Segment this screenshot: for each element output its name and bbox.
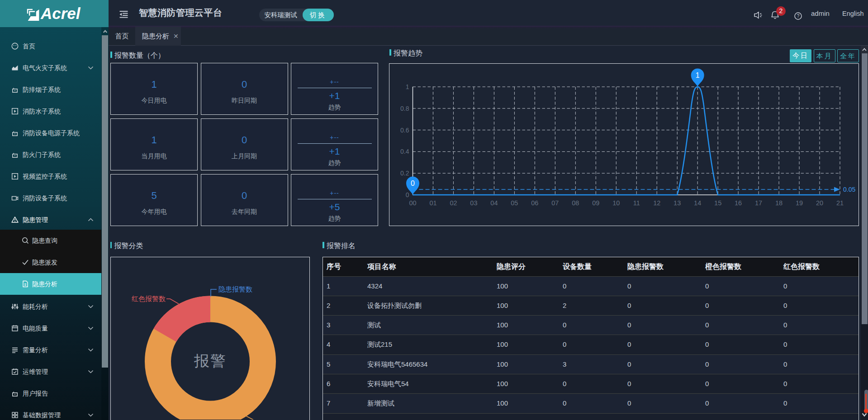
svg-text:16: 16	[735, 199, 742, 207]
svg-text:?: ?	[797, 14, 800, 19]
svg-text:04: 04	[490, 199, 498, 207]
svg-text:19: 19	[796, 199, 803, 207]
svg-text:20: 20	[816, 199, 823, 207]
svg-text:0.2: 0.2	[400, 170, 409, 177]
svg-text:05: 05	[511, 199, 518, 207]
svg-text:18: 18	[775, 199, 783, 207]
svg-text:06: 06	[531, 199, 538, 207]
svg-text:报警: 报警	[194, 352, 227, 369]
svg-text:01: 01	[429, 199, 436, 207]
svg-text:0: 0	[406, 191, 409, 198]
svg-text:07: 07	[551, 199, 559, 207]
svg-text:12: 12	[653, 199, 660, 207]
svg-text:02: 02	[450, 199, 457, 207]
svg-text:0.05: 0.05	[843, 186, 855, 193]
svg-text:0: 0	[411, 179, 415, 187]
svg-text:14: 14	[694, 199, 701, 207]
svg-text:红色报警数: 红色报警数	[131, 295, 166, 302]
svg-text:10: 10	[612, 199, 620, 207]
svg-text:09: 09	[592, 199, 599, 207]
svg-text:1: 1	[406, 83, 409, 90]
svg-text:00: 00	[409, 199, 416, 207]
svg-text:0.8: 0.8	[400, 105, 409, 112]
svg-text:08: 08	[572, 199, 579, 207]
svg-text:13: 13	[674, 199, 681, 207]
svg-text:03: 03	[470, 199, 477, 207]
svg-text:21: 21	[836, 199, 844, 207]
svg-text:1: 1	[696, 71, 700, 79]
svg-text:15: 15	[714, 199, 721, 207]
svg-text:0.6: 0.6	[400, 127, 409, 134]
svg-text:11: 11	[633, 199, 640, 207]
svg-text:17: 17	[755, 199, 762, 207]
svg-text:隐患报警数: 隐患报警数	[218, 285, 252, 293]
svg-text:0.4: 0.4	[400, 148, 409, 155]
